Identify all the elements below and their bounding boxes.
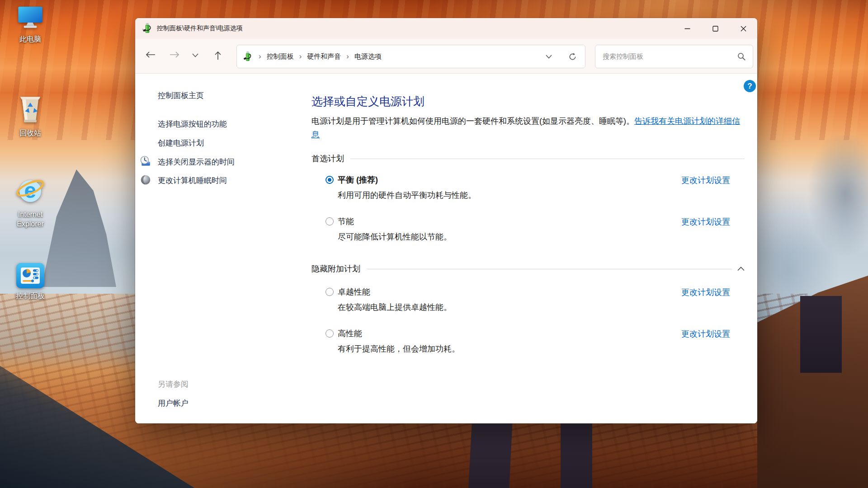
main-content: 选择或自定义电源计划 电源计划是用于管理计算机如何使用电源的一套硬件和系统设置(… xyxy=(311,74,745,355)
plan-name: 高性能 xyxy=(338,328,362,338)
help-button[interactable]: ? xyxy=(744,80,756,92)
refresh-icon[interactable] xyxy=(568,52,577,61)
maximize-button[interactable] xyxy=(701,18,729,39)
plan-name: 平衡 (推荐) xyxy=(338,175,378,185)
plan-ultimate-performance: 卓越性能 在较高端电脑上提供卓越性能。 更改计划设置 xyxy=(311,287,745,313)
minimize-button[interactable] xyxy=(673,18,701,39)
radio-ultimate-performance[interactable] xyxy=(326,288,334,296)
control-panel-icon xyxy=(16,263,44,288)
desktop-icon-label: 控制面板 xyxy=(5,291,55,300)
page-title: 选择或自定义电源计划 xyxy=(311,94,745,109)
sidebar: 控制面板主页 选择电源按钮的功能 创建电源计划 选择关闭显示器的时间 xyxy=(135,74,271,423)
plan-description: 尽可能降低计算机性能以节能。 xyxy=(338,231,745,242)
window-titlebar[interactable]: 控制面板\硬件和声音\电源选项 xyxy=(135,18,757,39)
breadcrumb-control-panel[interactable]: 控制面板 xyxy=(266,51,295,63)
desktop-icon-recycle-bin[interactable]: 回收站 xyxy=(5,94,55,138)
forward-button[interactable] xyxy=(169,51,180,59)
internet-explorer-icon: e xyxy=(15,177,45,207)
change-plan-settings-link[interactable]: 更改计划设置 xyxy=(681,175,730,186)
change-plan-settings-link[interactable]: 更改计划设置 xyxy=(681,287,730,298)
plan-description: 利用可用的硬件自动平衡功耗与性能。 xyxy=(338,190,745,201)
radio-high-performance[interactable] xyxy=(326,329,334,338)
help-question-glyph: ? xyxy=(747,82,752,91)
window-body: ? 控制面板主页 选择电源按钮的功能 创建电源计划 选择关闭显示器的时间 xyxy=(135,74,757,423)
plan-description: 在较高端电脑上提供卓越性能。 xyxy=(338,302,745,313)
breadcrumb-separator-icon: › xyxy=(299,52,302,61)
window-controls xyxy=(673,18,757,39)
section-divider xyxy=(350,159,745,159)
address-bar[interactable]: › 控制面板 › 硬件和声音 › 电源选项 xyxy=(236,45,585,68)
power-options-battery-icon xyxy=(142,23,152,34)
section-label: 首选计划 xyxy=(311,153,344,164)
sidebar-item-create-plan[interactable]: 创建电源计划 xyxy=(158,138,204,148)
desktop-icon-label: 此电脑 xyxy=(5,34,55,44)
breadcrumb-power-options[interactable]: 电源选项 xyxy=(354,51,382,63)
breadcrumb-separator-icon: › xyxy=(259,52,261,61)
radio-balanced[interactable] xyxy=(326,176,334,184)
close-button[interactable] xyxy=(729,18,757,39)
intro-body: 电源计划是用于管理计算机如何使用电源的一套硬件和系统设置(如显示器亮度、睡眠等)… xyxy=(311,117,634,126)
up-button[interactable] xyxy=(214,51,222,61)
desktop-icon-label: Internet Explorer xyxy=(5,210,55,229)
display-off-time-icon xyxy=(140,155,151,167)
window-title: 控制面板\硬件和声音\电源选项 xyxy=(157,24,243,33)
taskbar: 控制面板\硬件和声音\电 英 14:26:37 2024/4/28 xyxy=(0,452,868,488)
navigation-bar: › 控制面板 › 硬件和声音 › 电源选项 搜索控制面板 xyxy=(135,39,757,74)
sleep-time-icon xyxy=(140,174,151,186)
plan-name: 节能 xyxy=(338,216,354,226)
section-hidden-plans: 隐藏附加计划 xyxy=(311,263,745,274)
recent-pages-chevron-icon[interactable] xyxy=(192,53,198,57)
section-label: 隐藏附加计划 xyxy=(311,263,360,274)
breadcrumb-separator-icon: › xyxy=(346,52,349,61)
sidebar-item-power-buttons[interactable]: 选择电源按钮的功能 xyxy=(158,119,227,129)
desktop-icon-internet-explorer[interactable]: e Internet Explorer xyxy=(5,177,55,229)
plan-name: 卓越性能 xyxy=(338,287,370,297)
see-also-heading: 另请参阅 xyxy=(158,379,189,389)
plan-balanced: 平衡 (推荐) 利用可用的硬件自动平衡功耗与性能。 更改计划设置 xyxy=(311,175,745,201)
collapse-chevron-up-icon[interactable] xyxy=(737,267,745,271)
change-plan-settings-link[interactable]: 更改计划设置 xyxy=(681,328,730,339)
section-preferred-plans: 首选计划 xyxy=(311,153,745,164)
breadcrumb-hardware-sound[interactable]: 硬件和声音 xyxy=(306,51,342,63)
sidebar-item-home[interactable]: 控制面板主页 xyxy=(158,90,204,101)
recycle-bin-icon xyxy=(18,94,43,126)
this-pc-icon xyxy=(16,5,44,32)
desktop-icon-this-pc[interactable]: 此电脑 xyxy=(5,5,55,44)
back-button[interactable] xyxy=(145,51,156,59)
intro-text: 电源计划是用于管理计算机如何使用电源的一套硬件和系统设置(如显示器亮度、睡眠等)… xyxy=(311,114,748,141)
minimize-icon xyxy=(684,26,690,32)
change-plan-settings-link[interactable]: 更改计划设置 xyxy=(681,216,730,227)
sidebar-item-user-accounts[interactable]: 用户帐户 xyxy=(158,398,189,408)
plan-power-saver: 节能 尽可能降低计算机性能以节能。 更改计划设置 xyxy=(311,216,745,243)
search-icon[interactable] xyxy=(737,52,745,61)
address-battery-icon xyxy=(243,52,252,62)
search-control-panel-input[interactable]: 搜索控制面板 xyxy=(595,45,753,68)
control-panel-window: 控制面板\硬件和声音\电源选项 xyxy=(135,18,757,423)
wallpaper-tower xyxy=(800,296,842,373)
sidebar-item-sleep-time[interactable]: 更改计算机睡眠时间 xyxy=(158,175,227,186)
maximize-icon xyxy=(712,26,718,32)
desktop-icon-control-panel[interactable]: 控制面板 xyxy=(5,263,55,300)
search-placeholder: 搜索控制面板 xyxy=(603,52,643,61)
plan-high-performance: 高性能 有利于提高性能，但会增加功耗。 更改计划设置 xyxy=(311,328,745,355)
sidebar-item-display-off-time[interactable]: 选择关闭显示器的时间 xyxy=(158,157,235,167)
address-dropdown-chevron-icon[interactable] xyxy=(546,55,552,59)
section-divider xyxy=(367,269,732,269)
plan-description: 有利于提高性能，但会增加功耗。 xyxy=(338,343,745,354)
desktop-icon-label: 回收站 xyxy=(5,128,55,138)
radio-power-saver[interactable] xyxy=(326,217,334,225)
close-icon xyxy=(741,26,746,32)
